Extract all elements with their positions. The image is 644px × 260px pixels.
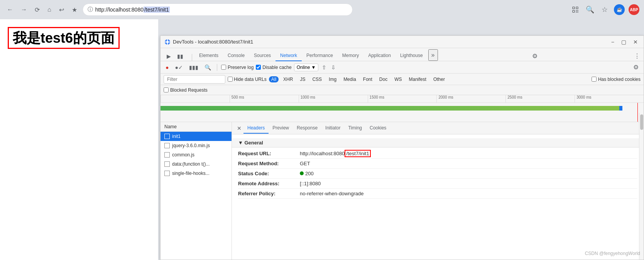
close-button[interactable]: ✕ xyxy=(631,38,640,46)
devtools-icon xyxy=(164,39,171,45)
file-name-init1: init1 xyxy=(172,134,181,139)
tab-lighthouse[interactable]: Lighthouse xyxy=(396,50,428,61)
file-name-jquery: jquery-3.6.0.min.js xyxy=(172,143,210,148)
file-item-singlefile[interactable]: single-file-hooks... xyxy=(161,169,232,178)
export-button[interactable]: ⇩ xyxy=(330,63,337,72)
minimize-button[interactable]: − xyxy=(609,38,616,46)
svg-rect-8 xyxy=(576,12,577,12)
throttle-select[interactable]: Online ▼ xyxy=(294,64,319,71)
filter-type-manifest[interactable]: Manifest xyxy=(407,76,429,82)
blocked-requests-row: Blocked Requests xyxy=(161,85,644,95)
status-code-value: 200 xyxy=(300,171,314,176)
more-tabs-button[interactable]: » xyxy=(428,49,438,61)
tab-performance[interactable]: Performance xyxy=(302,50,338,61)
preserve-log-input[interactable] xyxy=(221,65,226,70)
details-tab-initiator[interactable]: Initiator xyxy=(321,123,344,134)
import-button[interactable]: ⇧ xyxy=(321,63,328,72)
file-item-init1[interactable]: init1 xyxy=(161,132,232,141)
filter-row: Hide data URLs All XHR JS CSS Img Media … xyxy=(161,74,644,85)
back-history-button[interactable]: ↩ xyxy=(57,5,66,15)
bookmark-button[interactable]: ★ xyxy=(69,5,79,15)
file-list-header: Name xyxy=(161,122,232,132)
file-icon-data xyxy=(164,161,170,167)
filter-type-media[interactable]: Media xyxy=(341,76,358,82)
record-button[interactable]: ● xyxy=(164,63,171,72)
file-item-jquery[interactable]: jquery-3.6.0.min.js xyxy=(161,141,232,150)
remote-address-value: [::1]:8080 xyxy=(300,181,321,186)
filter-type-font[interactable]: Font xyxy=(361,76,375,82)
filter-type-js[interactable]: JS xyxy=(297,76,308,82)
refresh-button[interactable]: ⟳ xyxy=(32,5,42,15)
tab-network[interactable]: Network xyxy=(276,50,302,61)
timeline-area: 500 ms 1000 ms 1500 ms 2000 ms 2500 ms 3… xyxy=(161,95,644,122)
forward-button[interactable]: → xyxy=(19,5,29,15)
devtools-scrollbar[interactable] xyxy=(639,113,644,260)
filter-type-img[interactable]: Img xyxy=(326,76,339,82)
details-tab-timing[interactable]: Timing xyxy=(344,123,366,134)
devices-icon-button[interactable]: ▮▮ xyxy=(176,52,185,61)
headers-section: ▼ General Request URL: http://localhost:… xyxy=(232,134,644,203)
details-close-button[interactable]: ✕ xyxy=(235,124,243,133)
clear-button[interactable]: ●✓ xyxy=(173,63,184,72)
star-icon-button[interactable]: ☆ xyxy=(599,4,610,15)
general-section-header[interactable]: ▼ General xyxy=(232,138,644,148)
has-blocked-cookies-label: Has blocked cookies xyxy=(598,77,641,82)
filter-button[interactable]: ▮▮▮ xyxy=(187,63,200,72)
ruler-mark-1 xyxy=(161,95,230,102)
hide-data-urls-input[interactable] xyxy=(228,77,233,82)
details-tab-headers[interactable]: Headers xyxy=(243,123,269,134)
disable-cache-checkbox[interactable]: Disable cache xyxy=(256,65,291,70)
request-url-value: http://localhost:8080/test7/init1 xyxy=(300,151,371,156)
home-button[interactable]: ⌂ xyxy=(45,5,54,15)
disable-cache-input[interactable] xyxy=(256,65,261,70)
search-button[interactable]: 🔍 xyxy=(203,63,213,72)
svg-rect-4 xyxy=(576,7,578,8)
filter-type-other[interactable]: Other xyxy=(431,76,447,82)
filter-input[interactable] xyxy=(164,75,225,84)
devtools-more-button[interactable]: ⋮ xyxy=(632,51,642,61)
network-settings-button[interactable]: ⚙ xyxy=(631,62,641,72)
tab-sources[interactable]: Sources xyxy=(249,50,276,61)
scrollbar-thumb xyxy=(640,114,643,130)
url-prefix: http://localhost:8080 xyxy=(95,7,144,13)
back-button[interactable]: ← xyxy=(5,5,15,15)
file-name-common: common.js xyxy=(172,152,194,158)
has-blocked-cookies-checkbox[interactable]: Has blocked cookies xyxy=(592,77,641,82)
devtools-settings-button[interactable]: ⚙ xyxy=(530,51,539,61)
devtools-title: DevTools - localhost:8080/test7/init1 xyxy=(173,39,609,45)
general-section-title: ▼ General xyxy=(238,140,263,146)
filter-type-doc[interactable]: Doc xyxy=(377,76,390,82)
file-icon-jquery xyxy=(164,143,170,148)
hide-data-urls-checkbox[interactable]: Hide data URLs xyxy=(228,77,267,82)
ruler-mark-3000: 3000 ms xyxy=(575,95,644,102)
browser-topbar: ← → ⟳ ⌂ ↩ ★ ⓘ http://localhost:8080/test… xyxy=(0,0,644,19)
details-tab-preview[interactable]: Preview xyxy=(269,123,293,134)
zoom-icon-button[interactable]: 🔍 xyxy=(585,4,595,15)
has-blocked-cookies-input[interactable] xyxy=(592,77,597,82)
cursor-icon-button[interactable]: ▶ xyxy=(165,52,172,61)
address-bar[interactable]: ⓘ http://localhost:8080/test7/init1 xyxy=(83,3,353,16)
preserve-log-checkbox[interactable]: Preserve log xyxy=(221,65,254,70)
tab-elements[interactable]: Elements xyxy=(194,50,223,61)
request-method-field: Request Method: GET xyxy=(238,159,637,169)
file-icon-init1 xyxy=(164,134,170,139)
tab-application[interactable]: Application xyxy=(363,50,396,61)
tab-console[interactable]: Console xyxy=(223,50,249,61)
filter-type-xhr[interactable]: XHR xyxy=(281,76,295,82)
browser-icons: 🔍 ☆ ☕ ABP xyxy=(570,4,639,15)
file-item-common[interactable]: common.js xyxy=(161,150,232,159)
filter-type-css[interactable]: CSS xyxy=(310,76,324,82)
details-tab-cookies[interactable]: Cookies xyxy=(366,123,390,134)
file-item-data[interactable]: data:(function t()... xyxy=(161,159,232,169)
filter-type-all[interactable]: All xyxy=(269,76,279,82)
tab-memory[interactable]: Memory xyxy=(338,50,363,61)
profile-avatar[interactable]: ☕ xyxy=(614,4,625,15)
details-tab-response[interactable]: Response xyxy=(293,123,321,134)
hide-data-urls-label: Hide data URLs xyxy=(234,77,267,82)
restore-button[interactable]: ▢ xyxy=(619,38,628,46)
blocked-requests-checkbox[interactable] xyxy=(164,87,169,92)
qr-icon-button[interactable] xyxy=(570,4,581,15)
browser-chrome: ← → ⟳ ⌂ ↩ ★ ⓘ http://localhost:8080/test… xyxy=(0,0,644,260)
filter-type-ws[interactable]: WS xyxy=(392,76,404,82)
abp-extension-button[interactable]: ABP xyxy=(629,4,639,15)
